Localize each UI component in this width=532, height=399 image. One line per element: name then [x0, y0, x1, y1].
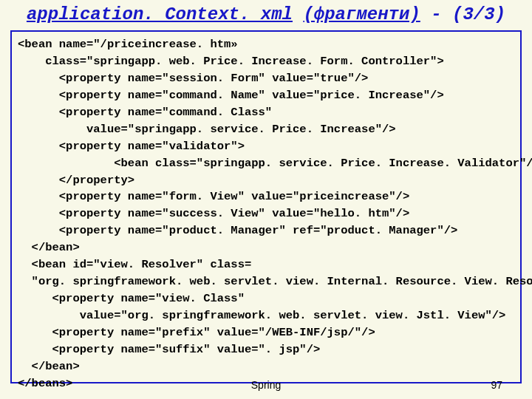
- code-line: <property name="success. View" value="he…: [18, 205, 514, 222]
- footer-title: Spring: [251, 378, 281, 393]
- code-line: <property name="session. Form" value="tr…: [18, 70, 514, 87]
- code-line: value="org. springframework. web. servle…: [18, 307, 514, 324]
- code-line: <property name="view. Class": [18, 290, 514, 307]
- code-line: <bean class="springapp. service. Price. …: [18, 155, 514, 172]
- title-page: - (3/3): [431, 4, 505, 24]
- code-line: </bean>: [18, 358, 514, 375]
- slide-title: application. Context. xml (фрагменти) - …: [27, 4, 505, 24]
- code-line: </property>: [18, 172, 514, 189]
- code-line: <property name="prefix" value="/WEB-INF/…: [18, 324, 514, 341]
- code-line: <property name="form. View" value="price…: [18, 188, 514, 205]
- code-line: <bean name="/priceincrease. htm»: [18, 36, 514, 53]
- code-line: <bean id="view. Resolver" class=: [18, 256, 514, 273]
- code-line: <property name="command. Name" value="pr…: [18, 87, 514, 104]
- slide: application. Context. xml (фрагменти) - …: [0, 0, 532, 399]
- code-box: <bean name="/priceincrease. htm» class="…: [10, 30, 522, 383]
- code-line: class="springapp. web. Price. Increase. …: [18, 53, 514, 70]
- code-line: </bean>: [18, 239, 514, 256]
- code-line: <property name="suffix" value=". jsp"/>: [18, 341, 514, 358]
- title-fragments: (фрагменти): [303, 4, 420, 24]
- page-number: 97: [491, 378, 502, 393]
- title-filename: application. Context. xml: [27, 4, 293, 24]
- code-line: <property name="validator">: [18, 138, 514, 155]
- code-line: "org. springframework. web. servlet. vie…: [18, 273, 514, 290]
- code-line: <property name="product. Manager" ref="p…: [18, 222, 514, 239]
- code-line: value="springapp. service. Price. Increa…: [18, 121, 514, 138]
- title-bar: application. Context. xml (фрагменти) - …: [0, 0, 532, 27]
- code-line: <property name="command. Class": [18, 104, 514, 121]
